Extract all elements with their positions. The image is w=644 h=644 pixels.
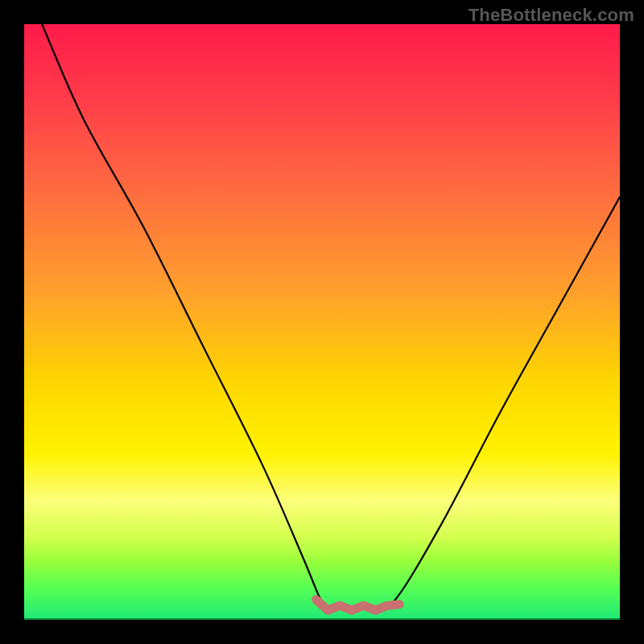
chart-svg	[24, 24, 620, 620]
plot-area	[24, 24, 620, 620]
flat-bottom-path	[316, 600, 400, 610]
curve-path	[42, 24, 620, 610]
chart-frame: TheBottleneck.com	[0, 0, 644, 644]
watermark-text: TheBottleneck.com	[469, 5, 634, 26]
